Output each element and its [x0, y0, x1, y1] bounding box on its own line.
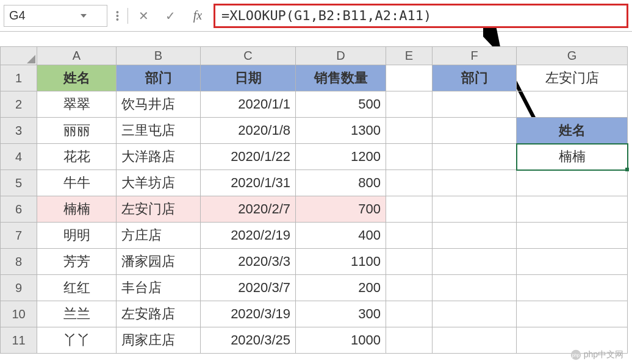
col-header-E[interactable]: E: [386, 47, 433, 65]
cell-F1[interactable]: 部门: [433, 65, 517, 91]
cell-D1[interactable]: 销售数量: [296, 65, 386, 91]
cell-A3[interactable]: 丽丽: [37, 118, 117, 144]
cell-C5[interactable]: 2020/1/31: [201, 170, 296, 196]
enter-icon[interactable]: ✓: [160, 9, 182, 23]
cell-A6[interactable]: 楠楠: [37, 196, 117, 223]
cell-C4[interactable]: 2020/1/22: [201, 144, 296, 170]
cell-F6[interactable]: [433, 196, 517, 223]
cell-F2[interactable]: [433, 91, 517, 118]
cell-A2[interactable]: 翠翠: [37, 91, 117, 118]
row-header-10[interactable]: 10: [1, 301, 37, 327]
col-header-F[interactable]: F: [433, 47, 517, 65]
cell-F3[interactable]: [433, 118, 517, 144]
cell-E4[interactable]: [386, 144, 433, 170]
cell-C6[interactable]: 2020/2/7: [201, 196, 296, 223]
cell-G9[interactable]: [517, 275, 628, 301]
row-header-11[interactable]: 11: [1, 327, 37, 354]
cell-B4[interactable]: 大洋路店: [117, 144, 201, 170]
cell-B5[interactable]: 大羊坊店: [117, 170, 201, 196]
cell-D10[interactable]: 300: [296, 301, 386, 327]
cell-G4-selected[interactable]: 楠楠: [517, 144, 628, 170]
cell-G8[interactable]: [517, 249, 628, 275]
row-header-2[interactable]: 2: [1, 91, 37, 118]
row-header-3[interactable]: 3: [1, 118, 37, 144]
cell-B9[interactable]: 丰台店: [117, 275, 201, 301]
cell-E5[interactable]: [386, 170, 433, 196]
formula-bar-expand-icon[interactable]: •••: [112, 11, 123, 21]
formula-input[interactable]: =XLOOKUP(G1,B2:B11,A2:A11): [214, 4, 628, 28]
cell-F9[interactable]: [433, 275, 517, 301]
cell-G7[interactable]: [517, 223, 628, 249]
select-all-corner[interactable]: [1, 47, 37, 65]
cell-C7[interactable]: 2020/2/19: [201, 223, 296, 249]
cancel-icon[interactable]: ✕: [133, 9, 155, 23]
cell-E6[interactable]: [386, 196, 433, 223]
cell-A11[interactable]: 丫丫: [37, 327, 117, 354]
name-box-dropdown-icon[interactable]: [56, 14, 107, 18]
cell-A7[interactable]: 明明: [37, 223, 117, 249]
cell-A5[interactable]: 牛牛: [37, 170, 117, 196]
cell-E9[interactable]: [386, 275, 433, 301]
cell-E11[interactable]: [386, 327, 433, 354]
cell-A9[interactable]: 红红: [37, 275, 117, 301]
row-header-5[interactable]: 5: [1, 170, 37, 196]
cell-C2[interactable]: 2020/1/1: [201, 91, 296, 118]
cell-B6[interactable]: 左安门店: [117, 196, 201, 223]
cell-E2[interactable]: [386, 91, 433, 118]
cell-G6[interactable]: [517, 196, 628, 223]
cell-B3[interactable]: 三里屯店: [117, 118, 201, 144]
cell-D5[interactable]: 800: [296, 170, 386, 196]
row-header-1[interactable]: 1: [1, 65, 37, 91]
cell-C3[interactable]: 2020/1/8: [201, 118, 296, 144]
cell-G3[interactable]: 姓名: [517, 118, 628, 144]
cell-F8[interactable]: [433, 249, 517, 275]
cell-C8[interactable]: 2020/3/3: [201, 249, 296, 275]
cell-A4[interactable]: 花花: [37, 144, 117, 170]
cell-D8[interactable]: 1100: [296, 249, 386, 275]
cell-C9[interactable]: 2020/3/7: [201, 275, 296, 301]
col-header-G[interactable]: G: [517, 47, 628, 65]
cell-B2[interactable]: 饮马井店: [117, 91, 201, 118]
cell-G10[interactable]: [517, 301, 628, 327]
col-header-D[interactable]: D: [296, 47, 386, 65]
cell-F5[interactable]: [433, 170, 517, 196]
cell-B1[interactable]: 部门: [117, 65, 201, 91]
cell-D11[interactable]: 1000: [296, 327, 386, 354]
cell-F7[interactable]: [433, 223, 517, 249]
cell-G1[interactable]: 左安门店: [517, 65, 628, 91]
cell-E8[interactable]: [386, 249, 433, 275]
cell-B10[interactable]: 左安路店: [117, 301, 201, 327]
cell-A1[interactable]: 姓名: [37, 65, 117, 91]
cell-D7[interactable]: 400: [296, 223, 386, 249]
col-header-C[interactable]: C: [201, 47, 296, 65]
cell-G2[interactable]: [517, 91, 628, 118]
row-header-7[interactable]: 7: [1, 223, 37, 249]
cell-F4[interactable]: [433, 144, 517, 170]
row-header-8[interactable]: 8: [1, 249, 37, 275]
cell-A8[interactable]: 芳芳: [37, 249, 117, 275]
cell-C10[interactable]: 2020/3/19: [201, 301, 296, 327]
name-box[interactable]: G4: [4, 5, 107, 27]
cell-D6[interactable]: 700: [296, 196, 386, 223]
cell-E1[interactable]: [386, 65, 433, 91]
cell-E10[interactable]: [386, 301, 433, 327]
fx-icon[interactable]: fx: [187, 9, 209, 23]
cell-D3[interactable]: 1300: [296, 118, 386, 144]
cell-E3[interactable]: [386, 118, 433, 144]
cell-F11[interactable]: [433, 327, 517, 354]
row-header-4[interactable]: 4: [1, 144, 37, 170]
col-header-B[interactable]: B: [117, 47, 201, 65]
cell-B8[interactable]: 潘家园店: [117, 249, 201, 275]
cell-F10[interactable]: [433, 301, 517, 327]
cell-D4[interactable]: 1200: [296, 144, 386, 170]
col-header-A[interactable]: A: [37, 47, 117, 65]
cell-D2[interactable]: 500: [296, 91, 386, 118]
cell-A10[interactable]: 兰兰: [37, 301, 117, 327]
cell-C1[interactable]: 日期: [201, 65, 296, 91]
row-header-9[interactable]: 9: [1, 275, 37, 301]
cell-D9[interactable]: 200: [296, 275, 386, 301]
cell-B11[interactable]: 周家庄店: [117, 327, 201, 354]
cell-E7[interactable]: [386, 223, 433, 249]
row-header-6[interactable]: 6: [1, 196, 37, 223]
cell-C11[interactable]: 2020/3/25: [201, 327, 296, 354]
